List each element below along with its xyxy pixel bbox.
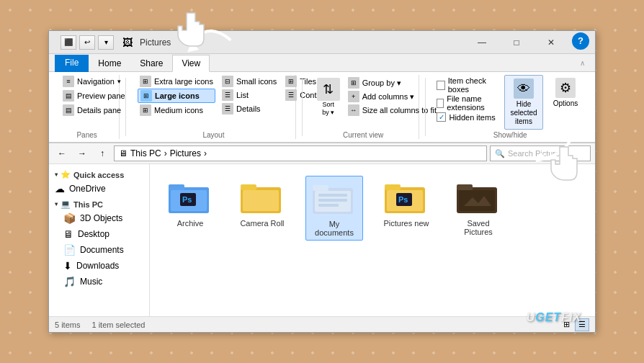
sidebar-item-documents[interactable]: 📄 Documents bbox=[49, 242, 149, 258]
content-icon: ☰ bbox=[285, 89, 297, 101]
file-name-ext-row[interactable]: File name extensions bbox=[437, 94, 500, 112]
files-grid: Ps Archive bbox=[161, 176, 583, 241]
nav-pane-icon: ≡ bbox=[63, 76, 74, 87]
quick-access-section[interactable]: ▾ ⭐ Quick access bbox=[49, 167, 149, 181]
status-bar: 5 items 1 item selected ⊞ ☰ bbox=[49, 316, 595, 332]
hidden-items-row[interactable]: ✓ Hidden items bbox=[437, 112, 500, 122]
details-pane-btn[interactable]: ▤ Details pane bbox=[61, 104, 128, 117]
navigation-pane-btn[interactable]: ≡ Navigation ▾ bbox=[61, 75, 128, 88]
svg-rect-13 bbox=[318, 194, 347, 197]
ribbon-collapse[interactable]: ∧ bbox=[580, 54, 585, 71]
details-pane-icon: ▤ bbox=[63, 104, 74, 116]
file-item-camera-roll[interactable]: Camera Roll bbox=[233, 176, 291, 230]
hide-selected-btn[interactable]: 👁 Hide selecteditems bbox=[504, 75, 543, 130]
quick-access-label: Quick access bbox=[73, 171, 124, 179]
item-count: 5 items bbox=[55, 321, 80, 329]
tab-view[interactable]: View bbox=[172, 55, 210, 72]
back-button[interactable]: ← bbox=[53, 145, 71, 161]
onedrive-icon: ☁ bbox=[55, 183, 65, 194]
sidebar-item-onedrive[interactable]: ☁ OneDrive bbox=[49, 181, 149, 197]
tab-home[interactable]: Home bbox=[89, 55, 130, 72]
size-columns-label: Size all columns to fit bbox=[362, 106, 437, 115]
music-label: Music bbox=[80, 277, 102, 287]
sidebar-item-3dobjects[interactable]: 📦 3D Objects bbox=[49, 210, 149, 226]
saved-pictures-icon bbox=[457, 179, 500, 216]
file-name-ext-checkbox[interactable] bbox=[437, 99, 444, 108]
svg-rect-23 bbox=[459, 190, 495, 211]
sort-by-btn[interactable]: ⇅ Sortby ▾ bbox=[314, 75, 343, 120]
address-path[interactable]: 🖥 This PC › Pictures › bbox=[114, 145, 487, 161]
onedrive-label: OneDrive bbox=[69, 184, 106, 194]
this-pc-section[interactable]: ▾ 💻 This PC bbox=[49, 197, 149, 210]
my-documents-icon bbox=[313, 179, 356, 217]
list-icon: ☰ bbox=[222, 89, 233, 101]
title-bar-left: ⬛ ↩ ▾ 🖼 Pictures bbox=[55, 34, 465, 51]
content-area: Ps Archive bbox=[150, 164, 595, 316]
camera-roll-label: Camera Roll bbox=[240, 219, 284, 228]
group-by-icon: ⊞ bbox=[348, 77, 359, 89]
qat-btn-2[interactable]: ↩ bbox=[79, 35, 95, 50]
this-pc-arrow: ▾ bbox=[55, 201, 58, 207]
list-label: List bbox=[236, 91, 249, 99]
window-title-icon: 🖼 bbox=[122, 37, 133, 48]
item-check-boxes-row[interactable]: Item check boxes bbox=[437, 76, 500, 94]
ribbon-content: ≡ Navigation ▾ ▤ Preview pane ▤ Details … bbox=[49, 72, 595, 143]
small-label: Small icons bbox=[236, 77, 277, 86]
tab-share[interactable]: Share bbox=[130, 55, 172, 72]
this-pc-icon: 💻 bbox=[61, 200, 71, 209]
search-box[interactable]: 🔍 Search Pictures bbox=[490, 145, 591, 161]
maximize-button[interactable]: □ bbox=[500, 32, 533, 53]
file-item-my-documents[interactable]: My documents bbox=[305, 176, 363, 241]
add-columns-label: Add columns ▾ bbox=[362, 92, 415, 102]
help-button[interactable]: ? bbox=[572, 32, 589, 50]
sidebar-item-downloads[interactable]: ⬇ Downloads bbox=[49, 258, 149, 274]
up-button[interactable]: ↑ bbox=[94, 145, 111, 161]
list-btn[interactable]: ☰ List bbox=[220, 89, 279, 102]
sort-icon: ⇅ bbox=[317, 78, 340, 101]
item-check-boxes-checkbox[interactable] bbox=[437, 81, 444, 90]
downloads-label: Downloads bbox=[76, 261, 119, 271]
size-columns-icon: ↔ bbox=[348, 104, 359, 116]
small-icons-btn[interactable]: ⊟ Small icons bbox=[220, 75, 279, 88]
extra-large-icon: ⊞ bbox=[140, 76, 151, 87]
window-title: Pictures bbox=[140, 37, 171, 48]
tab-file[interactable]: File bbox=[55, 55, 89, 72]
preview-pane-btn[interactable]: ▤ Preview pane bbox=[61, 89, 128, 102]
close-button[interactable]: ✕ bbox=[535, 32, 568, 53]
hide-options-col: 👁 Hide selecteditems bbox=[504, 75, 543, 130]
sort-inner: ⇅ Sortby ▾ ⊞ Group by ▾ + Add columns ▾ bbox=[314, 75, 439, 130]
layout-col2: ⊟ Small icons ☰ List ☰ Details bbox=[220, 75, 279, 115]
qat-btn-1[interactable]: ⬛ bbox=[61, 35, 76, 50]
options-btn[interactable]: ⚙ Options bbox=[547, 75, 583, 110]
sep2 bbox=[302, 78, 303, 136]
file-item-saved-pictures[interactable]: Saved Pictures bbox=[450, 176, 507, 239]
pictures-new-label: Pictures new bbox=[384, 219, 429, 228]
file-item-archive[interactable]: Ps Archive bbox=[161, 176, 219, 230]
minimize-button[interactable]: — bbox=[465, 32, 498, 53]
large-icons-btn[interactable]: ⊞ Large icons bbox=[138, 89, 215, 103]
options-col: ⚙ Options bbox=[547, 75, 583, 110]
archive-icon: Ps bbox=[169, 179, 212, 216]
details-btn[interactable]: ☰ Details bbox=[220, 102, 279, 115]
ribbon-group-panes: ≡ Navigation ▾ ▤ Preview pane ▤ Details … bbox=[55, 75, 120, 139]
extra-large-icons-btn[interactable]: ⊞ Extra large icons bbox=[138, 75, 215, 88]
3dobjects-label: 3D Objects bbox=[80, 213, 122, 223]
add-columns-icon: + bbox=[348, 91, 359, 102]
file-item-pictures-new[interactable]: Ps Pictures new bbox=[377, 176, 435, 230]
sidebar-item-desktop[interactable]: 🖥 Desktop bbox=[49, 226, 149, 242]
sidebar-item-music[interactable]: 🎵 Music bbox=[49, 274, 149, 290]
forward-button[interactable]: → bbox=[73, 145, 91, 161]
medium-icons-btn[interactable]: ⊞ Medium icons bbox=[138, 104, 215, 117]
desktop-icon: 🖥 bbox=[63, 228, 73, 240]
details-icon: ☰ bbox=[222, 103, 233, 115]
nav-pane-arrow: ▾ bbox=[117, 78, 121, 85]
svg-rect-9 bbox=[243, 190, 279, 211]
hidden-items-checkbox[interactable]: ✓ bbox=[437, 112, 446, 122]
svg-rect-8 bbox=[241, 184, 256, 190]
quick-access-toolbar: ⬛ ↩ ▾ bbox=[55, 34, 120, 51]
checkboxes-col: Item check boxes File name extensions ✓ … bbox=[437, 75, 500, 122]
3dobjects-icon: 📦 bbox=[63, 212, 76, 224]
pictures-new-icon: Ps bbox=[385, 179, 428, 216]
qat-dropdown[interactable]: ▾ bbox=[98, 35, 114, 50]
downloads-icon: ⬇ bbox=[63, 260, 72, 272]
